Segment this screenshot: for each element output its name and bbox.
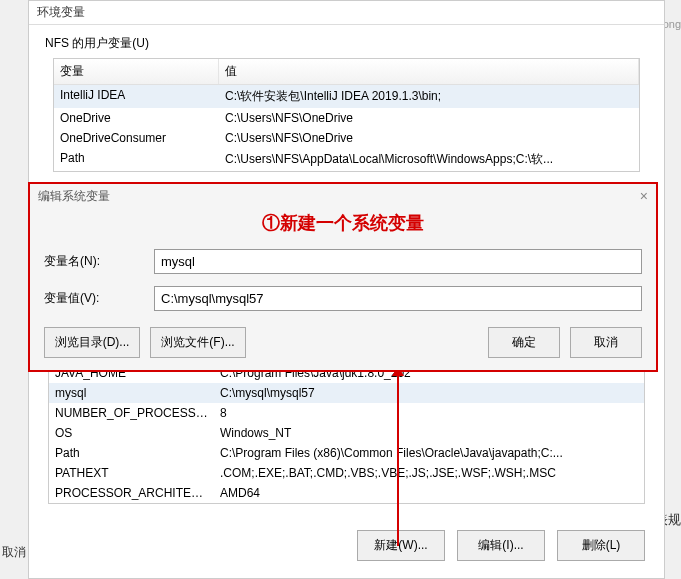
user-vars-label: NFS 的用户变量(U) — [45, 35, 648, 52]
var-value-input[interactable] — [154, 286, 642, 311]
var-name-input[interactable] — [154, 249, 642, 274]
cell-val: C:\mysql\mysql57 — [214, 383, 644, 403]
table-row[interactable]: NUMBER_OF_PROCESSORS8 — [49, 403, 644, 423]
cell-var: Path — [49, 443, 214, 463]
close-icon[interactable]: × — [640, 188, 648, 204]
table-row[interactable]: PathC:\Users\NFS\AppData\Local\Microsoft… — [54, 148, 639, 171]
edit-system-var-dialog: 编辑系统变量 × ①新建一个系统变量 变量名(N): 变量值(V): 浏览目录(… — [28, 182, 658, 372]
cell-var: NUMBER_OF_PROCESSORS — [49, 403, 214, 423]
outer-cancel[interactable]: 取消 — [2, 544, 26, 561]
cell-val: C:\Users\NFS\OneDrive — [219, 128, 639, 148]
ok-button[interactable]: 确定 — [488, 327, 560, 358]
var-value-label: 变量值(V): — [44, 290, 154, 307]
cell-var: OneDriveConsumer — [54, 128, 219, 148]
annotation-text: ①新建一个系统变量 — [30, 209, 656, 243]
table-row[interactable]: IntelliJ IDEAC:\软件安装包\IntelliJ IDEA 2019… — [54, 85, 639, 108]
table-row[interactable]: OSWindows_NT — [49, 423, 644, 443]
cell-val: C:\Users\NFS\AppData\Local\Microsoft\Win… — [219, 148, 639, 171]
table-row[interactable]: PATHEXT.COM;.EXE;.BAT;.CMD;.VBS;.VBE;.JS… — [49, 463, 644, 483]
cell-val: AMD64 — [214, 483, 644, 503]
cell-var: IntelliJ IDEA — [54, 85, 219, 108]
dialog-title: 编辑系统变量 × — [30, 184, 656, 209]
table-row[interactable]: PROCESSOR_ARCHITECTU...AMD64 — [49, 483, 644, 503]
header-var[interactable]: 变量 — [54, 59, 219, 84]
user-vars-table: 变量 值 IntelliJ IDEAC:\软件安装包\IntelliJ IDEA… — [53, 58, 640, 172]
cell-val: .COM;.EXE;.BAT;.CMD;.VBS;.VBE;.JS;.JSE;.… — [214, 463, 644, 483]
cell-val: C:\软件安装包\IntelliJ IDEA 2019.1.3\bin; — [219, 85, 639, 108]
delete-button[interactable]: 删除(L) — [557, 530, 645, 561]
dialog-title-text: 编辑系统变量 — [38, 189, 110, 203]
user-vars-section: NFS 的用户变量(U) 变量 值 IntelliJ IDEAC:\软件安装包\… — [29, 25, 664, 176]
cell-var: PATHEXT — [49, 463, 214, 483]
var-name-label: 变量名(N): — [44, 253, 154, 270]
system-vars-table: JAVA_HOMEC:\Program Files\Java\jdk1.8.0_… — [48, 362, 645, 504]
window-title: 环境变量 — [29, 1, 664, 25]
annotation-arrow — [397, 370, 399, 546]
browse-dir-button[interactable]: 浏览目录(D)... — [44, 327, 140, 358]
table-row[interactable]: OneDriveC:\Users\NFS\OneDrive — [54, 108, 639, 128]
header-val[interactable]: 值 — [219, 59, 639, 84]
cell-val: Windows_NT — [214, 423, 644, 443]
system-vars-buttons: 新建(W)... 编辑(I)... 删除(L) — [357, 530, 645, 561]
cell-var: Path — [54, 148, 219, 171]
cell-var: PROCESSOR_ARCHITECTU... — [49, 483, 214, 503]
table-row[interactable]: mysqlC:\mysql\mysql57 — [49, 383, 644, 403]
cancel-button[interactable]: 取消 — [570, 327, 642, 358]
new-button[interactable]: 新建(W)... — [357, 530, 445, 561]
table-row[interactable]: OneDriveConsumerC:\Users\NFS\OneDrive — [54, 128, 639, 148]
table-row[interactable]: PathC:\Program Files (x86)\Common Files\… — [49, 443, 644, 463]
bg-fragment: ong — [663, 18, 681, 30]
cell-var: OneDrive — [54, 108, 219, 128]
cell-val: C:\Users\NFS\OneDrive — [219, 108, 639, 128]
browse-file-button[interactable]: 浏览文件(F)... — [150, 327, 246, 358]
cell-var: OS — [49, 423, 214, 443]
cell-var: mysql — [49, 383, 214, 403]
table-header: 变量 值 — [54, 59, 639, 85]
cell-val: C:\Program Files (x86)\Common Files\Orac… — [214, 443, 644, 463]
edit-button[interactable]: 编辑(I)... — [457, 530, 545, 561]
cell-val: 8 — [214, 403, 644, 423]
